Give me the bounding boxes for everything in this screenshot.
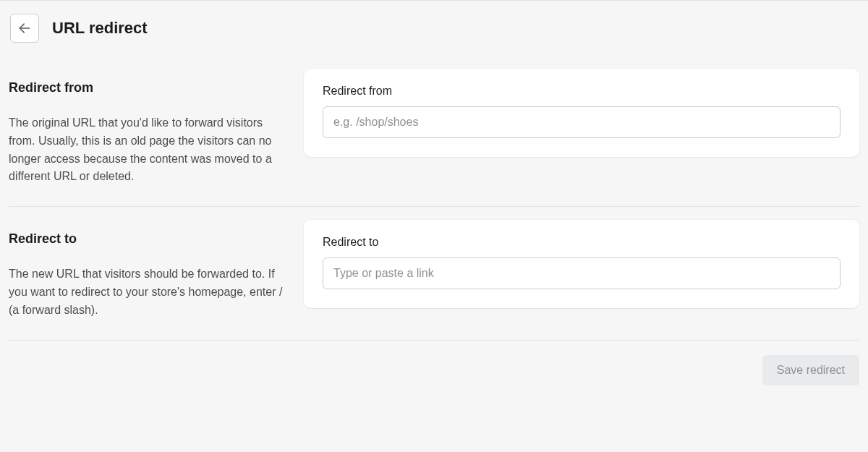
section-from-description: The original URL that you'd like to forw… [9, 114, 284, 186]
section-to-heading: Redirect to [9, 231, 284, 247]
back-button[interactable] [10, 14, 39, 43]
redirect-from-input[interactable] [323, 106, 841, 138]
section-from-form: Redirect from [304, 69, 859, 186]
section-redirect-from: Redirect from The original URL that you'… [0, 56, 868, 206]
redirect-to-input[interactable] [323, 257, 841, 289]
redirect-from-label: Redirect from [323, 85, 841, 98]
page-title: URL redirect [52, 19, 148, 38]
redirect-to-label: Redirect to [323, 236, 841, 249]
redirect-from-card: Redirect from [304, 69, 859, 157]
redirect-to-card: Redirect to [304, 220, 859, 308]
section-to-info: Redirect to The new URL that visitors sh… [9, 220, 284, 319]
arrow-left-icon [17, 21, 32, 35]
save-redirect-button[interactable]: Save redirect [762, 355, 859, 385]
section-to-form: Redirect to [304, 220, 859, 319]
footer: Save redirect [0, 341, 868, 385]
section-from-heading: Redirect from [9, 80, 284, 95]
section-from-info: Redirect from The original URL that you'… [9, 69, 284, 186]
section-redirect-to: Redirect to The new URL that visitors sh… [0, 207, 868, 339]
section-to-description: The new URL that visitors should be forw… [9, 265, 284, 319]
page-header: URL redirect [0, 1, 868, 56]
